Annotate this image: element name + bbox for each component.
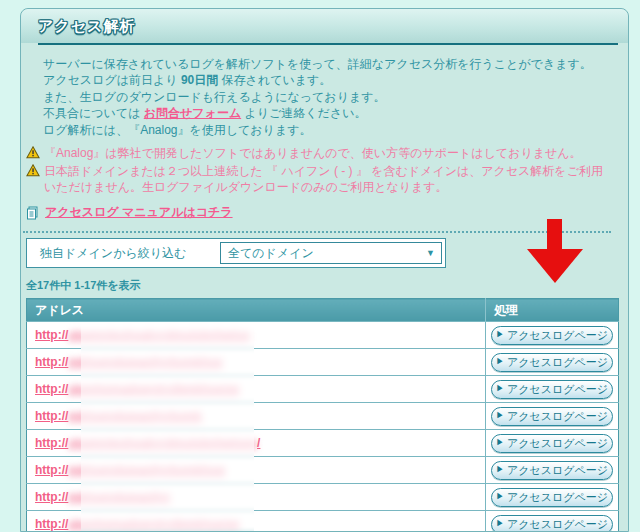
table-cell-action: ▶アクセスログページ: [486, 430, 619, 457]
button-label: アクセスログページ: [507, 384, 608, 395]
button-label: アクセスログページ: [507, 519, 608, 530]
url-redacted: xkwmnteshoakyrdmulsbnhwtxe: [68, 328, 249, 342]
warning-icon: [26, 146, 40, 159]
url-prefix: http://: [35, 355, 68, 369]
warning-text: 日本語ドメインまたは２つ以上連続した 『 ハイフン ( - ) 』 を含むドメイ…: [44, 163, 613, 195]
access-log-page-button[interactable]: ▶アクセスログページ: [491, 407, 613, 426]
page-title: アクセス解析: [38, 17, 135, 36]
table-cell-address: http://skenhomaduwytrxlbmkhsenw: [27, 511, 486, 532]
table-row: http://mkhsenduwaoltyr ▶アクセスログページ: [27, 484, 619, 511]
url-redacted: skenhomaduwytrxlbmkhsenw: [68, 382, 239, 396]
table-row: http://skenhomaduwytrxlbmkhsenw ▶アクセスログペ…: [27, 376, 619, 403]
play-icon: ▶: [496, 493, 504, 501]
url-prefix: http://: [35, 463, 68, 477]
url-redacted: mkhsenduwaoltyr: [68, 490, 170, 504]
column-header-address: アドレス: [27, 299, 486, 322]
play-icon: ▶: [496, 412, 504, 420]
site-url-link[interactable]: http://skenhomaduwytrxlbmkhsenw: [35, 517, 239, 531]
chevron-down-icon: ▼: [426, 248, 435, 258]
access-log-manual-link[interactable]: アクセスログ マニュアルはコチラ: [45, 204, 233, 221]
document-icon: [26, 206, 39, 220]
panel-header: アクセス解析: [21, 9, 628, 43]
access-log-page-button[interactable]: ▶アクセスログページ: [491, 434, 613, 453]
url-prefix: http://: [35, 409, 68, 423]
button-label: アクセスログページ: [507, 465, 608, 476]
url-prefix: http://: [35, 517, 68, 531]
play-icon: ▶: [496, 439, 504, 447]
button-label: アクセスログページ: [507, 330, 608, 341]
access-log-page-button[interactable]: ▶アクセスログページ: [491, 488, 613, 507]
play-icon: ▶: [496, 466, 504, 474]
access-log-page-button[interactable]: ▶アクセスログページ: [491, 326, 613, 345]
intro-line: サーバーに保存されているログを解析ソフトを使って、詳細なアクセス分析を行うことが…: [43, 56, 619, 72]
table-cell-address: http://mkhsenduwaoltyrbxmk: [27, 403, 486, 430]
access-log-table-wrap: アドレス 処理 http://xkwmnteshoakyrdmulsbnhwtx…: [26, 298, 619, 532]
column-header-action: 処理: [486, 299, 619, 322]
url-redacted: mkhsenduwaoltyrbxmkhsw: [68, 463, 225, 477]
table-cell-action: ▶アクセスログページ: [486, 349, 619, 376]
table-header-row: アドレス 処理: [27, 299, 619, 322]
site-url-link[interactable]: http://mkhsenduwaoltyrbxmk: [35, 409, 202, 423]
table-row: http://xkwmnteshoakyrdmulsbnhwtxe ▶アクセスロ…: [27, 322, 619, 349]
button-label: アクセスログページ: [507, 411, 608, 422]
table-cell-action: ▶アクセスログページ: [486, 457, 619, 484]
button-label: アクセスログページ: [507, 357, 608, 368]
site-url-link[interactable]: http://mkhsenduwaoltyr: [35, 490, 170, 504]
table-row: http://mkhsenduwaoltyrbxmkhsw ▶アクセスログページ: [27, 457, 619, 484]
domain-filter-box: 独自ドメインから絞り込む 全てのドメイン ▼: [26, 238, 446, 268]
button-label: アクセスログページ: [507, 492, 608, 503]
contact-form-link[interactable]: お問合せフォーム: [144, 106, 241, 120]
domain-filter-label: 独自ドメインから絞り込む: [40, 245, 220, 262]
access-log-page-button[interactable]: ▶アクセスログページ: [491, 353, 613, 372]
domain-select-value: 全てのドメイン: [228, 245, 314, 262]
site-url-link[interactable]: http://mkhsenduwaoltyrbxmkhse: [35, 355, 222, 369]
warnings-list: 『Analog』は弊社で開発したソフトではありませんので、使い方等のサポートはし…: [26, 145, 619, 195]
table-row: http://xkwmnteshoakyrdmulsbnhwtxen/ ▶アクセ…: [27, 430, 619, 457]
access-log-table: アドレス 処理 http://xkwmnteshoakyrdmulsbnhwtx…: [26, 298, 619, 532]
url-redacted: skenhomaduwytrxlbmkhsenw: [68, 517, 239, 531]
table-row: http://skenhomaduwytrxlbmkhsenw ▶アクセスログペ…: [27, 511, 619, 532]
table-cell-address: http://mkhsenduwaoltyr: [27, 484, 486, 511]
site-url-link[interactable]: http://xkwmnteshoakyrdmulsbnhwtxe: [35, 328, 250, 342]
url-prefix: http://: [35, 382, 68, 396]
play-icon: ▶: [496, 358, 504, 366]
url-prefix: http://: [35, 328, 68, 342]
intro-text: サーバーに保存されているログを解析ソフトを使って、詳細なアクセス分析を行うことが…: [43, 56, 619, 138]
warning-text: 『Analog』は弊社で開発したソフトではありませんので、使い方等のサポートはし…: [44, 145, 582, 161]
play-icon: ▶: [496, 520, 504, 528]
page: { "colors": { "accent_teal": "#2e93a2", …: [0, 0, 640, 532]
table-cell-address: http://mkhsenduwaoltyrbxmkhse: [27, 349, 486, 376]
warning-icon: [26, 164, 40, 177]
access-log-page-button[interactable]: ▶アクセスログページ: [491, 380, 613, 399]
intro-line: また、生ログのダウンロードも行えるようになっております。: [43, 89, 619, 105]
url-prefix: http://: [35, 436, 68, 450]
panel-content: サーバーに保存されているログを解析ソフトを使って、詳細なアクセス分析を行うことが…: [21, 45, 628, 532]
site-url-link[interactable]: http://skenhomaduwytrxlbmkhsenw: [35, 382, 239, 396]
warning-item: 日本語ドメインまたは２つ以上連続した 『 ハイフン ( - ) 』 を含むドメイ…: [26, 163, 619, 195]
table-row: http://mkhsenduwaoltyrbxmkhse ▶アクセスログページ: [27, 349, 619, 376]
table-cell-action: ▶アクセスログページ: [486, 376, 619, 403]
table-cell-action: ▶アクセスログページ: [486, 511, 619, 532]
table-cell-action: ▶アクセスログページ: [486, 484, 619, 511]
intro-line: ログ解析には、『Analog』を使用しております。: [43, 122, 619, 138]
url-redacted: xkwmnteshoakyrdmulsbnhwtxen: [68, 436, 257, 450]
red-arrow-annotation-head: [527, 249, 583, 283]
site-url-link[interactable]: http://xkwmnteshoakyrdmulsbnhwtxen/: [35, 436, 260, 450]
table-cell-address: http://xkwmnteshoakyrdmulsbnhwtxe: [27, 322, 486, 349]
table-row: http://mkhsenduwaoltyrbxmk ▶アクセスログページ: [27, 403, 619, 430]
domain-select[interactable]: 全てのドメイン ▼: [220, 242, 442, 264]
site-url-link[interactable]: http://mkhsenduwaoltyrbxmkhsw: [35, 463, 225, 477]
button-label: アクセスログページ: [507, 438, 608, 449]
red-arrow-annotation: [547, 219, 562, 250]
table-cell-action: ▶アクセスログページ: [486, 322, 619, 349]
url-redacted: mkhsenduwaoltyrbxmkhse: [68, 355, 222, 369]
dotted-separator: [23, 231, 611, 233]
access-log-page-button[interactable]: ▶アクセスログページ: [491, 461, 613, 480]
url-prefix: http://: [35, 490, 68, 504]
table-cell-action: ▶アクセスログページ: [486, 403, 619, 430]
access-log-page-button[interactable]: ▶アクセスログページ: [491, 515, 613, 532]
retention-days: 90日間: [181, 73, 218, 87]
play-icon: ▶: [496, 331, 504, 339]
warning-item: 『Analog』は弊社で開発したソフトではありませんので、使い方等のサポートはし…: [26, 145, 619, 161]
table-cell-address: http://xkwmnteshoakyrdmulsbnhwtxen/: [27, 430, 486, 457]
